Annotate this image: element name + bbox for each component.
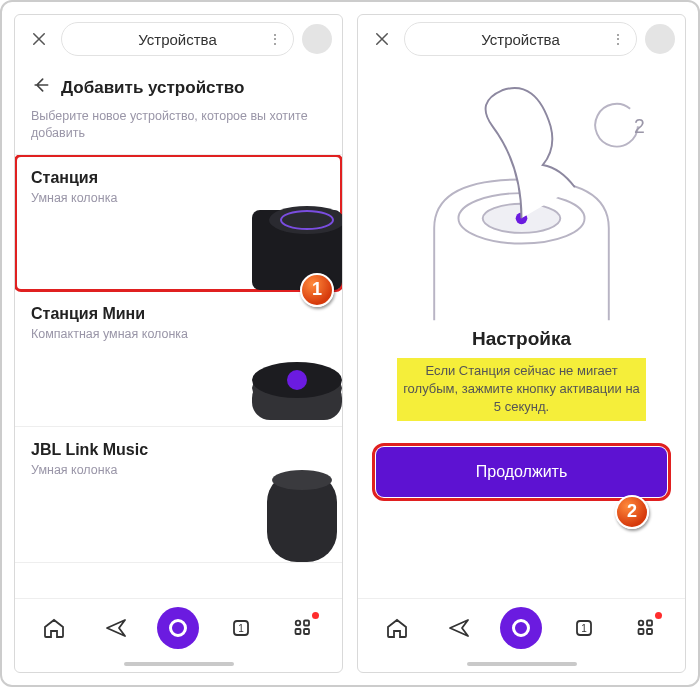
more-icon[interactable]: ⋮ xyxy=(268,31,281,47)
svg-rect-22 xyxy=(647,620,652,625)
more-icon[interactable]: ⋮ xyxy=(611,31,624,47)
nav-home[interactable] xyxy=(34,608,74,648)
device-list: Станция Умная колонка Станция Мини Компа… xyxy=(15,154,342,598)
nav-tabs[interactable]: 1 xyxy=(564,608,604,648)
press-button-illustration: 2 xyxy=(376,69,667,324)
svg-point-11 xyxy=(296,620,301,625)
device-title: Станция xyxy=(31,169,326,187)
svg-point-21 xyxy=(639,620,644,625)
close-button[interactable] xyxy=(25,25,53,53)
nav-alice[interactable] xyxy=(500,607,542,649)
device-card-jbl[interactable]: JBL Link Music Умная колонка xyxy=(15,427,342,563)
tabs-icon: 1 xyxy=(572,616,596,640)
svg-rect-13 xyxy=(296,629,301,634)
device-title: JBL Link Music xyxy=(31,441,326,459)
send-icon xyxy=(447,616,471,640)
screen-setup: Устройства ⋮ 2 Настройка Если Станция се… xyxy=(357,14,686,673)
arrow-left-icon xyxy=(31,75,51,95)
svg-point-8 xyxy=(272,470,332,490)
send-icon xyxy=(104,616,128,640)
back-button[interactable] xyxy=(31,75,51,100)
notification-dot-icon xyxy=(655,612,662,619)
speaker-mini-icon xyxy=(212,326,342,426)
avatar[interactable] xyxy=(302,24,332,54)
device-card-station-mini[interactable]: Станция Мини Компактная умная колонка 1 xyxy=(15,291,342,427)
svg-text:2: 2 xyxy=(634,115,645,137)
title-text: Устройства xyxy=(481,31,559,48)
top-bar: Устройства ⋮ xyxy=(358,15,685,63)
apps-icon xyxy=(634,616,658,640)
svg-rect-14 xyxy=(304,629,309,634)
svg-rect-24 xyxy=(647,629,652,634)
setup-hint: Если Станция сейчас не мигает голубым, з… xyxy=(397,358,646,421)
step-badge-2: 2 xyxy=(615,495,649,529)
continue-button[interactable]: Продолжить xyxy=(376,447,667,497)
setup-body: 2 Настройка Если Станция сейчас не мигае… xyxy=(358,63,685,598)
home-icon xyxy=(385,616,409,640)
device-card-station[interactable]: Станция Умная колонка xyxy=(15,155,342,291)
nav-send[interactable] xyxy=(439,608,479,648)
svg-text:1: 1 xyxy=(239,623,245,634)
nav-send[interactable] xyxy=(96,608,136,648)
setup-title: Настройка xyxy=(472,328,571,350)
svg-rect-23 xyxy=(639,629,644,634)
title-pill[interactable]: Устройства ⋮ xyxy=(404,22,637,56)
gesture-bar xyxy=(15,656,342,672)
svg-rect-12 xyxy=(304,620,309,625)
notification-dot-icon xyxy=(312,612,319,619)
nav-apps[interactable] xyxy=(626,608,666,648)
nav-tabs[interactable]: 1 xyxy=(221,608,261,648)
speaker-jbl-icon xyxy=(212,462,342,562)
nav-apps[interactable] xyxy=(283,608,323,648)
tabs-icon: 1 xyxy=(229,616,253,640)
alice-icon xyxy=(512,619,530,637)
nav-alice[interactable] xyxy=(157,607,199,649)
close-icon xyxy=(30,30,48,48)
avatar[interactable] xyxy=(645,24,675,54)
top-bar: Устройства ⋮ xyxy=(15,15,342,63)
home-icon xyxy=(42,616,66,640)
nav-home[interactable] xyxy=(377,608,417,648)
page-header: Добавить устройство xyxy=(15,63,342,108)
alice-icon xyxy=(169,619,187,637)
title-pill[interactable]: Устройства ⋮ xyxy=(61,22,294,56)
page-title: Добавить устройство xyxy=(61,78,244,98)
svg-point-6 xyxy=(287,370,307,390)
instruction-text: Выберите новое устройство, которое вы хо… xyxy=(15,108,342,154)
title-text: Устройства xyxy=(138,31,216,48)
bottom-nav: 1 xyxy=(15,598,342,656)
step-badge-1: 1 xyxy=(300,273,334,307)
screen-add-device: Устройства ⋮ Добавить устройство Выберит… xyxy=(14,14,343,673)
bottom-nav: 1 xyxy=(358,598,685,656)
close-icon xyxy=(373,30,391,48)
close-button[interactable] xyxy=(368,25,396,53)
device-title: Станция Мини xyxy=(31,305,326,323)
gesture-bar xyxy=(358,656,685,672)
svg-text:1: 1 xyxy=(582,623,588,634)
apps-icon xyxy=(291,616,315,640)
